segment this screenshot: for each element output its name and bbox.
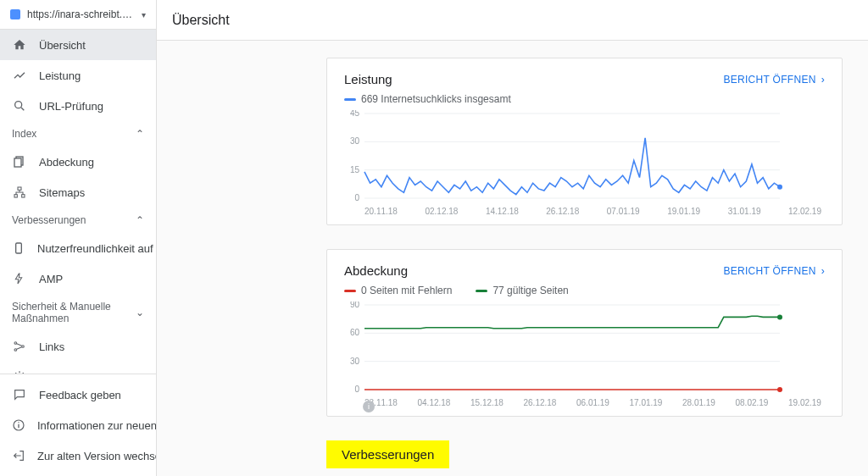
- svg-point-10: [22, 346, 25, 348]
- open-report-label: BERICHT ÖFFNEN: [723, 74, 815, 86]
- home-icon: [12, 37, 27, 53]
- legend-dash-icon: [344, 98, 356, 101]
- svg-point-9: [14, 349, 17, 351]
- nav-item-sitemaps[interactable]: Sitemaps: [0, 177, 156, 208]
- card-verbesserungen-header: Verbesserungen: [326, 440, 843, 468]
- nav-label: Leistung: [39, 69, 81, 82]
- svg-rect-5: [14, 195, 17, 197]
- nav-label: Zur alten Version wechseln: [37, 450, 156, 462]
- nav-item-mobile[interactable]: Nutzerfreundlichkeit auf Mobilg…: [0, 233, 156, 263]
- nav-item-links[interactable]: Links: [0, 331, 156, 362]
- open-report-abdeckung[interactable]: BERICHT ÖFFNEN ›: [723, 265, 825, 277]
- nav-item-neue-version[interactable]: Informationen zur neuen Version: [0, 410, 156, 440]
- nav-item-uebersicht[interactable]: Übersicht: [0, 30, 156, 60]
- svg-rect-6: [22, 195, 25, 197]
- svg-text:45: 45: [350, 110, 360, 118]
- nav-label: Feedback geben: [39, 389, 121, 401]
- nav-label: URL-Prüfung: [39, 100, 103, 113]
- nav: Übersicht Leistung URL-Prüfung Index ⌃: [0, 30, 156, 374]
- svg-text:15: 15: [350, 165, 360, 174]
- property-url: https://inara-schreibt.de/: [27, 8, 135, 20]
- chart-marker-icon: i: [363, 401, 375, 412]
- nav-label: Informationen zur neuen Version: [37, 419, 156, 432]
- content: Leistung BERICHT ÖFFNEN › 669 Internetsu…: [157, 41, 868, 476]
- nav-label: Übersicht: [39, 39, 86, 52]
- svg-point-23: [777, 185, 782, 190]
- legend-dash-icon: [344, 290, 356, 292]
- nav-item-alte-version[interactable]: Zur alten Version wechseln: [0, 440, 156, 471]
- chevron-down-icon: ⌄: [136, 307, 144, 318]
- sitemap-icon: [12, 185, 27, 200]
- chevron-right-icon: ›: [821, 74, 825, 86]
- nav-item-feedback[interactable]: Feedback geben: [0, 379, 156, 410]
- section-label: Verbesserungen: [12, 214, 86, 226]
- card-title: Leistung: [344, 72, 392, 86]
- chevron-right-icon: ›: [821, 265, 825, 277]
- svg-text:90: 90: [350, 302, 360, 309]
- chart-leistung: 0153045 20.11.1802.12.1814.12.1826.12.18…: [344, 110, 825, 216]
- section-security[interactable]: Sicherheit & Manuelle Maßnahmen ⌄: [0, 294, 156, 331]
- caret-down-icon: ▾: [142, 10, 146, 19]
- favicon-icon: [10, 9, 20, 19]
- legend-dash-icon: [476, 290, 487, 292]
- property-selector[interactable]: https://inara-schreibt.de/ ▾: [0, 0, 156, 30]
- chevron-up-icon: ⌃: [136, 214, 144, 226]
- bolt-icon: [12, 271, 27, 286]
- svg-rect-3: [14, 158, 21, 167]
- legend-text: 669 Internetsuchklicks insgesamt: [361, 93, 511, 105]
- open-report-leistung[interactable]: BERICHT ÖFFNEN ›: [723, 74, 825, 86]
- section-label: Index: [12, 128, 36, 140]
- svg-point-32: [777, 387, 782, 392]
- exit-icon: [12, 448, 25, 463]
- nav-item-leistung[interactable]: Leistung: [0, 60, 156, 91]
- page-header: Übersicht: [157, 0, 868, 41]
- section-label: Sicherheit & Manuelle Maßnahmen: [12, 301, 122, 324]
- mobile-icon: [12, 241, 25, 256]
- links-icon: [12, 339, 27, 354]
- nav-label: Sitemaps: [39, 186, 85, 199]
- svg-rect-7: [16, 243, 22, 253]
- chart-abdeckung: 0306090 i 23.11.1804.12.1815.12.1826.12.…: [344, 302, 825, 407]
- nav-label: Nutzerfreundlichkeit auf Mobilg…: [37, 242, 156, 255]
- nav-item-amp[interactable]: AMP: [0, 263, 156, 294]
- card-abdeckung: Abdeckung BERICHT ÖFFNEN › 0 Seiten mit …: [326, 249, 843, 417]
- svg-rect-4: [18, 187, 21, 190]
- svg-text:0: 0: [354, 385, 359, 394]
- chevron-up-icon: ⌃: [136, 128, 144, 140]
- svg-line-1: [21, 108, 24, 110]
- svg-text:30: 30: [350, 136, 360, 146]
- section-verbesserungen[interactable]: Verbesserungen ⌃: [0, 208, 156, 233]
- feedback-icon: [12, 387, 27, 402]
- legend-text: 0 Seiten mit Fehlern: [361, 285, 452, 296]
- pages-icon: [12, 154, 27, 169]
- info-icon: [12, 418, 25, 433]
- legend-leistung: 669 Internetsuchklicks insgesamt: [344, 93, 825, 105]
- svg-point-8: [14, 342, 17, 345]
- svg-text:60: 60: [350, 328, 360, 337]
- nav-label: AMP: [39, 273, 63, 285]
- svg-point-14: [18, 422, 19, 423]
- verbesserungen-title: Verbesserungen: [326, 440, 449, 468]
- trending-icon: [12, 68, 27, 83]
- svg-text:0: 0: [354, 193, 359, 202]
- card-title: Abdeckung: [344, 263, 408, 278]
- sidebar: https://inara-schreibt.de/ ▾ Übersicht L…: [0, 0, 157, 476]
- legend-text: 77 gültige Seiten: [492, 285, 568, 296]
- nav-item-abdeckung[interactable]: Abdeckung: [0, 147, 156, 177]
- card-leistung: Leistung BERICHT ÖFFNEN › 669 Internetsu…: [326, 58, 843, 225]
- svg-point-33: [777, 314, 782, 319]
- nav-label: Links: [39, 340, 64, 353]
- sidebar-footer: Feedback geben Informationen zur neuen V…: [0, 374, 156, 476]
- page-title: Übersicht: [172, 13, 230, 28]
- search-icon: [12, 98, 27, 113]
- main: Übersicht Leistung BERICHT ÖFFNEN › 669 …: [157, 0, 868, 476]
- nav-label: Abdeckung: [39, 156, 94, 169]
- open-report-label: BERICHT ÖFFNEN: [723, 265, 815, 277]
- nav-item-einstellungen[interactable]: Einstellungen: [0, 362, 156, 374]
- svg-point-0: [15, 102, 22, 108]
- section-index[interactable]: Index ⌃: [0, 121, 156, 147]
- nav-item-url-pruefung[interactable]: URL-Prüfung: [0, 91, 156, 121]
- svg-text:30: 30: [350, 357, 360, 366]
- legend-abdeckung: 0 Seiten mit Fehlern 77 gültige Seiten: [344, 285, 825, 296]
